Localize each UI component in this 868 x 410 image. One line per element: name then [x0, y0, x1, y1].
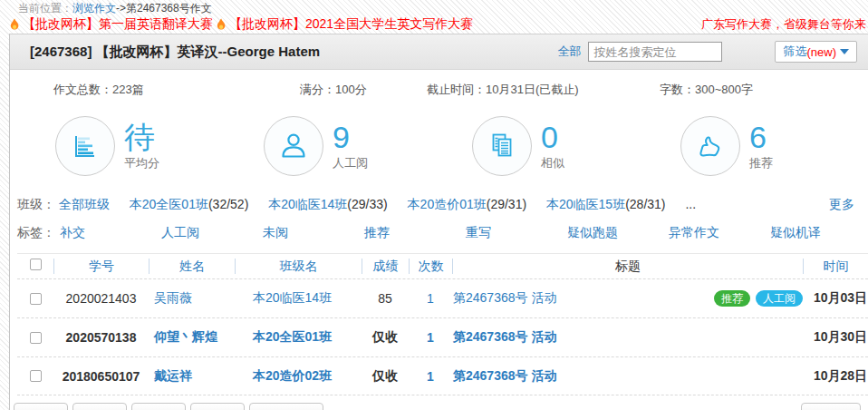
- toolbar-button[interactable]: [14, 403, 68, 410]
- essay-title-link[interactable]: 第2467368号 活动: [453, 368, 556, 385]
- times-link[interactable]: 1: [427, 369, 434, 384]
- class-name-link[interactable]: 本20造价02班: [253, 368, 332, 383]
- student-name-link[interactable]: 戴运祥: [154, 368, 192, 383]
- cell-times: 1: [409, 369, 452, 384]
- summary-item: 0 相似: [472, 116, 680, 176]
- tag-filter-row: 标签： 补交 人工阅 未阅 推荐 重写 疑似跑题 异常作文 疑似机译: [10, 225, 868, 241]
- row-checkbox-cell: [17, 293, 53, 305]
- row-checkbox-cell: [17, 332, 53, 344]
- class-filter-all[interactable]: 全部班级: [59, 197, 110, 211]
- toolbar-button[interactable]: [72, 403, 127, 410]
- essay-table: 学号 姓名 班级名 成绩 次数 标题 时间 2020021403 吴雨薇 本20…: [10, 253, 868, 395]
- essay-title-link[interactable]: 第2467368号 活动: [453, 290, 556, 307]
- filter-button-label: 筛选: [783, 44, 806, 60]
- class-count: (29/31): [487, 197, 526, 211]
- cell-score: 仅收: [362, 368, 409, 385]
- class-filter-link[interactable]: 本20全医01班(32/52): [130, 197, 249, 211]
- filter-button[interactable]: 筛选 (new): [775, 41, 857, 63]
- chevron-down-icon: [840, 49, 849, 54]
- select-all-cell: [17, 259, 53, 274]
- essay-title-link[interactable]: 第2467368号 活动: [453, 329, 556, 346]
- class-name: 本20临医15班: [546, 197, 625, 211]
- tag-filter-link[interactable]: 重写: [466, 225, 567, 241]
- times-link[interactable]: 1: [427, 291, 434, 306]
- status-badge: 人工阅: [756, 290, 803, 307]
- class-filter-link[interactable]: 本20造价01班(29/31): [408, 197, 527, 211]
- class-filter-row: 班级： 全部班级 本20全医01班(32/52) 本20临医14班(29/33)…: [10, 197, 868, 213]
- summary-label: 推荐: [749, 155, 773, 171]
- student-name-link[interactable]: 吴雨薇: [154, 290, 192, 305]
- assignment-stats: 作文总数：223篇 满分：100分 截止时间：10月31日(已截止) 字数：30…: [10, 70, 868, 98]
- tag-filter-link[interactable]: 未阅: [263, 225, 364, 241]
- row-checkbox-cell: [17, 370, 53, 382]
- page-title: [2467368] 【批改网杯】英译汉--George Hatem: [30, 44, 320, 61]
- stat-value: 300~800字: [695, 83, 753, 96]
- summary-text: 6 推荐: [749, 121, 773, 171]
- search-input[interactable]: [588, 42, 722, 62]
- class-count: (32/52): [208, 197, 248, 211]
- bar-chart-icon: [69, 130, 101, 162]
- table-body: 2020021403 吴雨薇 本20临医14班 85 1 第2467368号 活…: [17, 278, 868, 395]
- cell-class: 本20全医01班: [235, 329, 362, 346]
- col-header-title: 标题: [452, 259, 803, 274]
- table-row: 2020570138 仰望丶辉煌 本20全医01班 仅收 1 第2467368号…: [17, 317, 868, 356]
- banner-link-guangdong-contest[interactable]: 广东写作大赛，省级舞台等你来: [701, 16, 868, 33]
- col-header-times: 次数: [409, 259, 452, 274]
- status-badge: 推荐: [714, 290, 750, 307]
- col-header-date: 时间: [803, 259, 868, 274]
- summary-circle: [472, 116, 532, 176]
- cell-times: 1: [409, 291, 452, 306]
- summary-item: 待 平均分: [55, 116, 264, 176]
- main-panel: [2467368] 【批改网杯】英译汉--George Hatem 全部 筛选 …: [9, 34, 868, 410]
- title-bar: [2467368] 【批改网杯】英译汉--George Hatem 全部 筛选 …: [10, 34, 868, 70]
- cell-score: 仅收: [362, 329, 409, 346]
- flame-icon: [9, 18, 20, 31]
- class-filter-link[interactable]: 本20临医14班(29/33): [268, 197, 388, 211]
- student-name-link[interactable]: 仰望丶辉煌: [154, 329, 217, 344]
- row-checkbox[interactable]: [30, 293, 42, 305]
- cell-student-name: 仰望丶辉煌: [149, 329, 235, 346]
- cell-student-name: 戴运祥: [149, 368, 235, 385]
- tag-filter-link[interactable]: 推荐: [364, 225, 466, 241]
- summary-circle: [264, 116, 323, 176]
- class-filter-link[interactable]: 本20临医15班(28/31): [546, 197, 666, 211]
- toolbar-button[interactable]: [801, 403, 861, 410]
- class-name-link[interactable]: 本20临医14班: [253, 290, 332, 305]
- toolbar-button[interactable]: [190, 403, 245, 410]
- row-checkbox[interactable]: [30, 332, 42, 344]
- cell-score: 85: [362, 291, 409, 306]
- class-name-link[interactable]: 本20全医01班: [253, 329, 332, 344]
- stat-item: 字数：300~800字: [660, 82, 868, 98]
- cell-student-id: 2020021403: [53, 291, 149, 306]
- summary-value: 6: [749, 121, 773, 153]
- cell-date: 10月30日: [803, 329, 868, 346]
- tag-filter-link[interactable]: 疑似跑题: [567, 225, 669, 241]
- bottom-toolbar: [10, 403, 868, 410]
- table-row: 2020021403 吴雨薇 本20临医14班 85 1 第2467368号 活…: [17, 278, 868, 317]
- toolbar-button[interactable]: [249, 403, 323, 410]
- class-count: (29/33): [347, 197, 387, 211]
- banner-link-writing-contest[interactable]: 【批改网杯】2021全国大学生英文写作大赛: [229, 16, 473, 33]
- page: 当前位置：浏览作文->第2467368号作文 【批改网杯】第一届英语翻译大赛 【…: [0, 0, 868, 410]
- breadcrumb: 当前位置：浏览作文->第2467368号作文: [0, 0, 868, 15]
- class-name: 本20全医01班: [130, 197, 208, 211]
- tag-filter-link[interactable]: 异常作文: [669, 225, 770, 241]
- summary-circle: [55, 116, 115, 176]
- all-filter-link[interactable]: 全部: [557, 44, 581, 60]
- tag-filter-link[interactable]: 人工阅: [161, 225, 263, 241]
- badge-group: 推荐人工阅: [714, 290, 803, 307]
- toolbar-button[interactable]: [131, 403, 186, 410]
- tag-filter-link[interactable]: 补交: [60, 225, 161, 241]
- times-link[interactable]: 1: [427, 330, 434, 345]
- row-checkbox[interactable]: [30, 370, 42, 382]
- flame-icon: [216, 18, 227, 31]
- more-classes-link[interactable]: 更多: [829, 197, 854, 213]
- tag-filter-link[interactable]: 疑似机译: [770, 225, 868, 241]
- banner-link-translation-contest[interactable]: 【批改网杯】第一届英语翻译大赛: [23, 16, 213, 33]
- summary-value: 待: [124, 121, 159, 153]
- table-row: 20180650107 戴运祥 本20造价02班 仅收 1 第2467368号 …: [17, 356, 868, 395]
- select-all-checkbox[interactable]: [30, 259, 42, 270]
- breadcrumb-link-browse-essays[interactable]: 浏览作文: [72, 2, 116, 15]
- cell-student-id: 2020570138: [53, 330, 149, 345]
- cell-title: 第2467368号 活动: [452, 329, 803, 346]
